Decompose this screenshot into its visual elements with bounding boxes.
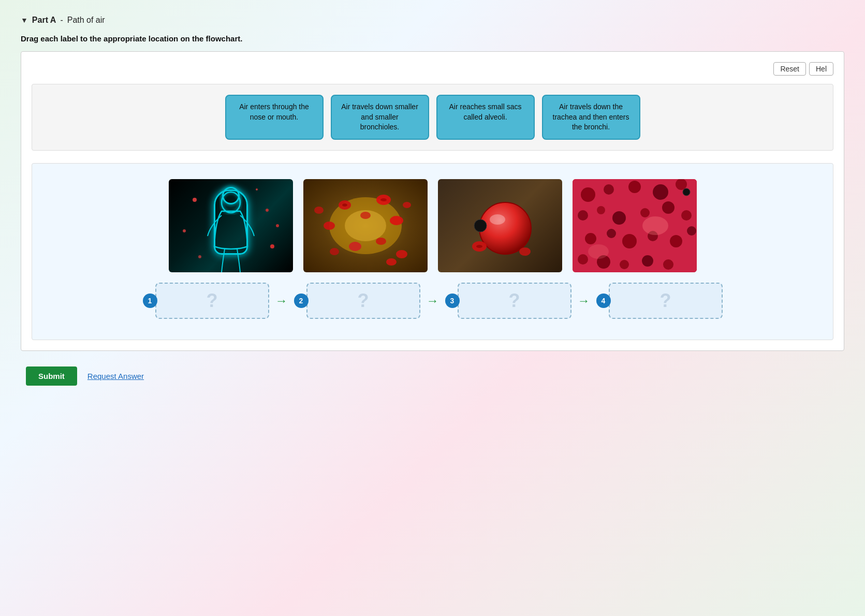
svg-point-49 (578, 254, 588, 265)
drop-box-1-placeholder: ? (207, 290, 218, 312)
help-button[interactable]: Hel (809, 62, 833, 76)
svg-point-36 (676, 179, 687, 190)
step-1-badge: 1 (143, 294, 157, 308)
drop-box-4-placeholder: ? (660, 290, 671, 312)
labels-area: Air enters through the nose or mouth. Ai… (32, 84, 833, 151)
images-row (42, 179, 823, 272)
svg-point-44 (607, 229, 616, 238)
svg-point-21 (403, 202, 411, 208)
svg-point-48 (687, 226, 696, 236)
step-4-container: 4 ? (596, 283, 723, 319)
instructions-text: Drag each label to the appropriate locat… (21, 34, 844, 43)
svg-point-3 (183, 229, 186, 232)
svg-point-29 (476, 245, 482, 248)
svg-point-13 (380, 198, 387, 201)
drag-label-3[interactable]: Air reaches small sacs called alveoli. (436, 95, 535, 140)
svg-point-1 (193, 198, 197, 202)
svg-point-22 (314, 207, 324, 214)
image-4 (573, 179, 697, 272)
svg-point-14 (324, 222, 335, 230)
request-answer-link[interactable]: Request Answer (87, 372, 144, 380)
svg-point-42 (681, 210, 692, 221)
collapse-icon[interactable]: ▼ (21, 16, 28, 24)
svg-point-4 (270, 244, 274, 248)
svg-point-0 (222, 192, 240, 213)
drop-box-4[interactable]: ? (609, 283, 723, 319)
image-3 (438, 179, 562, 272)
svg-point-5 (198, 255, 201, 258)
toolbar: Reset Hel (32, 62, 833, 76)
svg-point-38 (597, 206, 605, 214)
svg-point-33 (604, 184, 614, 195)
svg-point-40 (640, 208, 650, 217)
drop-box-2-placeholder: ? (358, 290, 369, 312)
step-2-container: 2 ? (294, 283, 420, 319)
drag-label-1[interactable]: Air enters through the nose or mouth. (225, 95, 324, 140)
svg-point-45 (622, 234, 637, 248)
svg-point-16 (349, 242, 361, 251)
part-separator: - (60, 16, 63, 25)
svg-point-15 (390, 216, 403, 225)
arrow-3: → (578, 294, 590, 308)
svg-point-11 (342, 203, 347, 207)
arrow-2: → (427, 294, 439, 308)
arrow-1: → (275, 294, 288, 308)
drop-box-1[interactable]: ? (155, 283, 269, 319)
part-header: ▼ Part A - Path of air (21, 16, 844, 25)
svg-point-30 (519, 247, 531, 256)
svg-point-52 (642, 255, 653, 267)
svg-point-41 (662, 201, 675, 214)
svg-point-35 (653, 184, 668, 200)
svg-point-6 (256, 188, 258, 190)
step-4-badge: 4 (596, 294, 611, 308)
svg-point-19 (396, 250, 407, 258)
image-2 (303, 179, 428, 272)
svg-point-55 (642, 216, 668, 235)
svg-point-20 (360, 212, 371, 219)
drop-box-3[interactable]: ? (458, 283, 571, 319)
submit-button[interactable]: Submit (26, 366, 77, 386)
reset-button[interactable]: Reset (773, 62, 806, 76)
svg-point-23 (386, 258, 397, 266)
drop-box-2[interactable]: ? (306, 283, 420, 319)
svg-point-51 (620, 260, 629, 269)
step-3-container: 3 ? (445, 283, 571, 319)
part-label: Part A (32, 16, 56, 25)
page-wrapper: ▼ Part A - Path of air Drag each label t… (0, 0, 865, 401)
svg-point-26 (490, 214, 505, 225)
svg-point-39 (612, 211, 626, 225)
step-3-badge: 3 (445, 294, 460, 308)
step-2-badge: 2 (294, 294, 309, 308)
main-container: Reset Hel Air enters through the nose or… (21, 51, 844, 351)
drag-label-2[interactable]: Air travels down smaller and smaller bro… (331, 95, 429, 140)
svg-point-2 (266, 209, 269, 212)
drag-label-4[interactable]: Air travels down the trachea and then en… (542, 95, 640, 140)
drop-box-3-placeholder: ? (509, 290, 520, 312)
svg-point-47 (670, 235, 682, 247)
svg-point-34 (628, 181, 641, 193)
svg-point-27 (474, 219, 487, 232)
svg-point-56 (588, 244, 609, 259)
svg-point-53 (663, 259, 673, 270)
svg-point-18 (330, 248, 339, 255)
svg-point-43 (585, 233, 596, 244)
image-1 (169, 179, 293, 272)
flowchart-area: 1 ? → 2 ? → 3 (32, 163, 833, 340)
step-1-container: 1 ? (143, 283, 269, 319)
svg-point-37 (578, 210, 588, 221)
steps-row: 1 ? → 2 ? → 3 (42, 283, 823, 319)
svg-point-32 (581, 187, 595, 202)
svg-point-54 (683, 188, 690, 196)
bottom-bar: Submit Request Answer (21, 366, 844, 386)
svg-point-7 (276, 224, 279, 227)
svg-point-17 (376, 238, 386, 245)
part-subtitle: Path of air (67, 16, 105, 25)
